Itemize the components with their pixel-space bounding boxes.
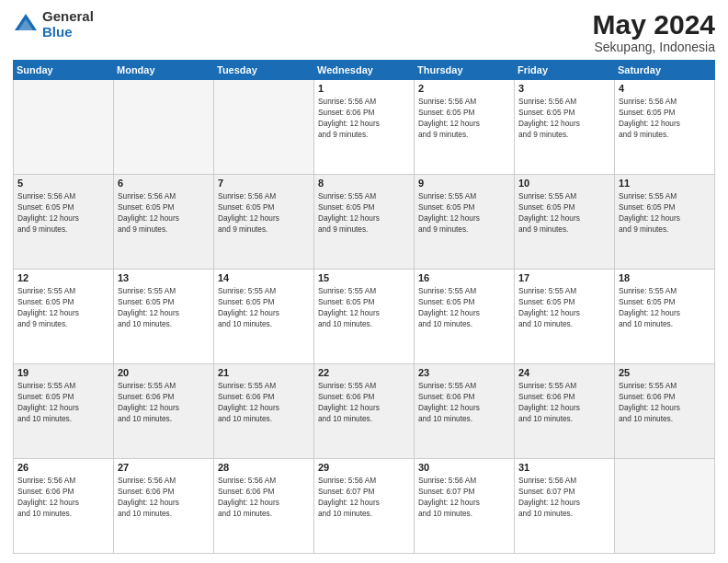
day-number: 27	[118, 462, 210, 473]
day-number: 13	[118, 272, 210, 283]
weekday-header: Tuesday	[214, 61, 314, 80]
calendar-week-row: 1Sunrise: 5:56 AM Sunset: 6:06 PM Daylig…	[14, 80, 715, 175]
calendar-week-row: 26Sunrise: 5:56 AM Sunset: 6:06 PM Dayli…	[14, 459, 715, 554]
logo-text: General Blue	[42, 9, 94, 40]
calendar-day-cell: 27Sunrise: 5:56 AM Sunset: 6:06 PM Dayli…	[114, 459, 214, 554]
calendar-day-cell: 5Sunrise: 5:56 AM Sunset: 6:05 PM Daylig…	[14, 175, 114, 270]
day-number: 15	[318, 272, 410, 283]
day-info: Sunrise: 5:55 AM Sunset: 6:05 PM Dayligh…	[418, 285, 510, 329]
day-info: Sunrise: 5:55 AM Sunset: 6:06 PM Dayligh…	[619, 380, 711, 424]
logo: General Blue	[13, 9, 94, 40]
calendar-day-cell	[114, 80, 214, 175]
calendar-day-cell: 12Sunrise: 5:55 AM Sunset: 6:05 PM Dayli…	[14, 270, 114, 364]
day-info: Sunrise: 5:56 AM Sunset: 6:07 PM Dayligh…	[418, 475, 510, 519]
calendar-day-cell: 8Sunrise: 5:55 AM Sunset: 6:05 PM Daylig…	[314, 175, 415, 270]
calendar-day-cell: 28Sunrise: 5:56 AM Sunset: 6:06 PM Dayli…	[214, 459, 314, 554]
day-number: 2	[418, 83, 510, 94]
day-info: Sunrise: 5:56 AM Sunset: 6:06 PM Dayligh…	[218, 475, 310, 519]
calendar-day-cell: 17Sunrise: 5:55 AM Sunset: 6:05 PM Dayli…	[515, 270, 615, 364]
page: General Blue May 2024 Sekupang, Indonesi…	[0, 0, 728, 563]
day-info: Sunrise: 5:55 AM Sunset: 6:05 PM Dayligh…	[17, 285, 109, 329]
day-number: 1	[318, 83, 410, 94]
day-info: Sunrise: 5:55 AM Sunset: 6:06 PM Dayligh…	[218, 380, 310, 424]
day-number: 31	[518, 462, 610, 473]
calendar-day-cell: 24Sunrise: 5:55 AM Sunset: 6:06 PM Dayli…	[515, 364, 615, 459]
day-info: Sunrise: 5:55 AM Sunset: 6:05 PM Dayligh…	[318, 285, 410, 329]
logo-icon	[13, 12, 39, 38]
day-info: Sunrise: 5:55 AM Sunset: 6:06 PM Dayligh…	[518, 380, 610, 424]
day-number: 23	[418, 367, 510, 378]
day-info: Sunrise: 5:55 AM Sunset: 6:06 PM Dayligh…	[118, 380, 210, 424]
day-info: Sunrise: 5:55 AM Sunset: 6:05 PM Dayligh…	[418, 190, 510, 235]
calendar-day-cell: 6Sunrise: 5:56 AM Sunset: 6:05 PM Daylig…	[114, 175, 214, 270]
calendar-day-cell	[615, 459, 715, 554]
calendar-day-cell: 4Sunrise: 5:56 AM Sunset: 6:05 PM Daylig…	[615, 80, 715, 175]
calendar-day-cell: 3Sunrise: 5:56 AM Sunset: 6:05 PM Daylig…	[515, 80, 615, 175]
day-number: 20	[118, 367, 210, 378]
day-info: Sunrise: 5:56 AM Sunset: 6:05 PM Dayligh…	[619, 96, 711, 140]
day-number: 28	[218, 462, 310, 473]
day-number: 21	[218, 367, 310, 378]
day-number: 5	[17, 178, 109, 189]
calendar-day-cell: 18Sunrise: 5:55 AM Sunset: 6:05 PM Dayli…	[615, 270, 715, 364]
day-info: Sunrise: 5:55 AM Sunset: 6:05 PM Dayligh…	[619, 285, 711, 329]
day-number: 26	[17, 462, 109, 473]
day-number: 3	[518, 83, 610, 94]
day-info: Sunrise: 5:55 AM Sunset: 6:05 PM Dayligh…	[118, 285, 210, 329]
day-info: Sunrise: 5:56 AM Sunset: 6:05 PM Dayligh…	[218, 190, 310, 235]
day-number: 17	[518, 272, 610, 283]
day-info: Sunrise: 5:55 AM Sunset: 6:05 PM Dayligh…	[518, 190, 610, 235]
day-info: Sunrise: 5:55 AM Sunset: 6:05 PM Dayligh…	[318, 190, 410, 235]
calendar-day-cell: 21Sunrise: 5:55 AM Sunset: 6:06 PM Dayli…	[214, 364, 314, 459]
day-info: Sunrise: 5:56 AM Sunset: 6:07 PM Dayligh…	[518, 475, 610, 519]
day-info: Sunrise: 5:55 AM Sunset: 6:06 PM Dayligh…	[318, 380, 410, 424]
day-number: 22	[318, 367, 410, 378]
subtitle: Sekupang, Indonesia	[593, 40, 715, 54]
day-number: 29	[318, 462, 410, 473]
day-number: 8	[318, 178, 410, 189]
calendar-day-cell: 9Sunrise: 5:55 AM Sunset: 6:05 PM Daylig…	[415, 175, 515, 270]
day-info: Sunrise: 5:56 AM Sunset: 6:06 PM Dayligh…	[318, 96, 410, 140]
calendar-day-cell: 30Sunrise: 5:56 AM Sunset: 6:07 PM Dayli…	[415, 459, 515, 554]
day-info: Sunrise: 5:56 AM Sunset: 6:06 PM Dayligh…	[17, 475, 109, 519]
weekday-header: Thursday	[415, 61, 515, 80]
day-number: 4	[619, 83, 711, 94]
weekday-header: Wednesday	[314, 61, 415, 80]
day-info: Sunrise: 5:56 AM Sunset: 6:07 PM Dayligh…	[318, 475, 410, 519]
day-number: 10	[518, 178, 610, 189]
calendar-day-cell: 20Sunrise: 5:55 AM Sunset: 6:06 PM Dayli…	[114, 364, 214, 459]
day-number: 6	[118, 178, 210, 189]
calendar-day-cell: 2Sunrise: 5:56 AM Sunset: 6:05 PM Daylig…	[415, 80, 515, 175]
day-info: Sunrise: 5:55 AM Sunset: 6:05 PM Dayligh…	[619, 190, 711, 235]
calendar-day-cell: 10Sunrise: 5:55 AM Sunset: 6:05 PM Dayli…	[515, 175, 615, 270]
day-number: 16	[418, 272, 510, 283]
day-number: 9	[418, 178, 510, 189]
calendar-day-cell: 19Sunrise: 5:55 AM Sunset: 6:05 PM Dayli…	[14, 364, 114, 459]
calendar-day-cell: 1Sunrise: 5:56 AM Sunset: 6:06 PM Daylig…	[314, 80, 415, 175]
day-number: 25	[619, 367, 711, 378]
day-number: 24	[518, 367, 610, 378]
logo-blue-text: Blue	[42, 25, 94, 40]
calendar-day-cell: 13Sunrise: 5:55 AM Sunset: 6:05 PM Dayli…	[114, 270, 214, 364]
calendar-table: SundayMondayTuesdayWednesdayThursdayFrid…	[13, 60, 715, 554]
calendar-header-row: SundayMondayTuesdayWednesdayThursdayFrid…	[14, 61, 715, 80]
calendar-day-cell: 14Sunrise: 5:55 AM Sunset: 6:05 PM Dayli…	[214, 270, 314, 364]
calendar-day-cell: 15Sunrise: 5:55 AM Sunset: 6:05 PM Dayli…	[314, 270, 415, 364]
calendar-day-cell: 7Sunrise: 5:56 AM Sunset: 6:05 PM Daylig…	[214, 175, 314, 270]
day-number: 12	[17, 272, 109, 283]
day-info: Sunrise: 5:55 AM Sunset: 6:05 PM Dayligh…	[218, 285, 310, 329]
calendar-day-cell: 16Sunrise: 5:55 AM Sunset: 6:05 PM Dayli…	[415, 270, 515, 364]
day-number: 7	[218, 178, 310, 189]
calendar-day-cell: 31Sunrise: 5:56 AM Sunset: 6:07 PM Dayli…	[515, 459, 615, 554]
day-number: 18	[619, 272, 711, 283]
calendar-day-cell: 25Sunrise: 5:55 AM Sunset: 6:06 PM Dayli…	[615, 364, 715, 459]
calendar-day-cell: 22Sunrise: 5:55 AM Sunset: 6:06 PM Dayli…	[314, 364, 415, 459]
day-number: 19	[17, 367, 109, 378]
day-number: 11	[619, 178, 711, 189]
calendar-day-cell: 11Sunrise: 5:55 AM Sunset: 6:05 PM Dayli…	[615, 175, 715, 270]
day-info: Sunrise: 5:56 AM Sunset: 6:05 PM Dayligh…	[118, 190, 210, 235]
calendar-week-row: 5Sunrise: 5:56 AM Sunset: 6:05 PM Daylig…	[14, 175, 715, 270]
logo-general: General	[42, 9, 94, 25]
day-info: Sunrise: 5:55 AM Sunset: 6:05 PM Dayligh…	[518, 285, 610, 329]
day-info: Sunrise: 5:55 AM Sunset: 6:05 PM Dayligh…	[17, 380, 109, 424]
